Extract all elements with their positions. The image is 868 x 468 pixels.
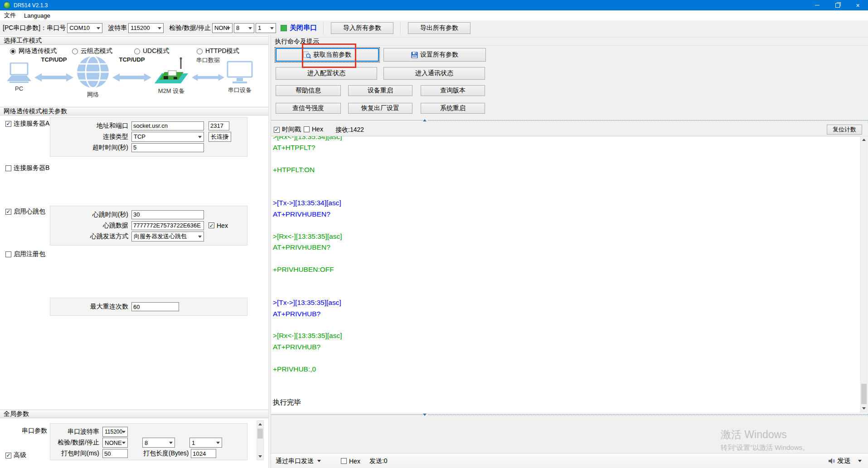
chevron-down-icon[interactable] <box>317 460 321 462</box>
scrollbar-thumb[interactable] <box>861 384 867 404</box>
right-panel: 执行命令及提示 获取当前参数 设置所有参数 进入配置状态 进入通讯状态 <box>271 35 868 468</box>
link3-label: 串口数据 <box>196 56 220 64</box>
menu-language[interactable]: Language <box>20 10 54 20</box>
reconnect-input[interactable] <box>131 302 179 311</box>
register-packet-label: 启用注册包 <box>14 250 45 258</box>
close-button[interactable]: × <box>848 0 868 10</box>
query-signal-button[interactable]: 查信号强度 <box>276 103 341 114</box>
set-all-params-button[interactable]: 设置所有参数 <box>383 48 486 62</box>
horizontal-splitter-top[interactable] <box>271 119 868 122</box>
collapse-up-icon[interactable] <box>423 119 427 121</box>
factory-reset-button[interactable]: 恢复出厂设置 <box>348 103 412 114</box>
menu-file[interactable]: 文件 <box>0 10 20 20</box>
advanced-checkbox[interactable]: 高级 <box>5 451 26 459</box>
heartbeat-hex-checkbox[interactable]: Hex <box>209 222 228 229</box>
heartbeat-time-label: 心跳时间(秒) <box>50 211 128 219</box>
menu-bar: 文件 Language <box>0 10 868 21</box>
global-parity-select[interactable]: NONE <box>102 438 128 448</box>
log-area[interactable]: >[Rx<-][13:35:34][asc]AT+HTPFLT? +HTPFLT… <box>271 136 868 413</box>
scroll-down-icon[interactable] <box>861 405 867 412</box>
radio-udc-mode[interactable]: UDC模式 <box>134 47 169 55</box>
global-databits-value: 8 <box>145 439 148 446</box>
collapse-down-icon[interactable] <box>423 414 427 416</box>
heartbeat-mode-label: 心跳发送方式 <box>50 232 128 241</box>
global-stopbits-select[interactable]: 1 <box>189 438 222 448</box>
log-line <box>273 253 859 264</box>
left-panel-scrollbar[interactable] <box>257 420 264 460</box>
register-packet-checkbox[interactable]: 启用注册包 <box>5 250 45 258</box>
enter-config-state-button[interactable]: 进入配置状态 <box>276 67 377 80</box>
chevron-down-icon <box>122 431 126 433</box>
radio-httpd-mode[interactable]: HTTPD模式 <box>197 47 239 55</box>
log-line <box>273 176 859 187</box>
heartbeat-time-input[interactable] <box>131 210 204 219</box>
reset-count-button[interactable]: 复位计数 <box>827 125 862 135</box>
restore-button[interactable] <box>827 0 848 10</box>
timestamp-checkbox[interactable]: 时间戳 <box>274 125 301 134</box>
baud-select[interactable]: 115200 <box>128 23 164 33</box>
heartbeat-checkbox[interactable]: 启用心跳包 <box>5 207 45 216</box>
checkbox-icon <box>5 165 11 171</box>
heartbeat-label: 启用心跳包 <box>14 207 45 216</box>
conn-type-label: 连接类型 <box>50 133 128 141</box>
window-title: DR514 V2.1.3 <box>14 2 48 9</box>
pack-time-input[interactable] <box>102 449 128 458</box>
help-info-button[interactable]: 帮助信息 <box>276 85 341 96</box>
system-restart-button[interactable]: 系统重启 <box>421 103 485 114</box>
global-baud-select[interactable]: 115200 <box>102 427 128 437</box>
log-line <box>273 319 859 330</box>
radio-cloud-mode[interactable]: 云组态模式 <box>72 47 112 55</box>
send-hex-checkbox[interactable]: Hex <box>341 458 360 465</box>
chevron-down-icon <box>122 442 126 444</box>
conn-type-select[interactable]: TCP <box>131 132 204 142</box>
send-via-select[interactable]: 通过串口发送 <box>276 457 314 465</box>
serial-params-label: 串口参数 <box>22 427 47 435</box>
timeout-input[interactable] <box>131 143 204 152</box>
checkbox-icon <box>5 453 11 458</box>
splitter-dots <box>428 120 868 121</box>
databits-select[interactable]: 8 <box>234 23 254 33</box>
device-restart-button[interactable]: 设备重启 <box>348 85 412 96</box>
diagram-link1: TCP/UDP <box>34 55 74 82</box>
toolbar-separator <box>400 22 401 34</box>
scroll-up-icon[interactable] <box>861 136 867 143</box>
log-scrollbar[interactable] <box>860 136 868 412</box>
scroll-down-icon[interactable] <box>257 453 263 460</box>
chevron-down-icon <box>198 236 202 238</box>
close-port-link[interactable]: 关闭串口 <box>290 24 317 32</box>
app-icon <box>4 2 10 9</box>
keepalive-select[interactable]: 长连接 <box>209 132 231 142</box>
log-hex-checkbox[interactable]: Hex <box>304 125 323 133</box>
enter-comm-state-button[interactable]: 进入通讯状态 <box>383 67 485 80</box>
heartbeat-mode-select[interactable]: 向服务器发送心跳包 <box>131 232 204 241</box>
parity-select[interactable]: NONI <box>212 23 233 33</box>
scrollbar-thumb[interactable] <box>257 429 263 439</box>
log-hex-label: Hex <box>312 125 323 133</box>
chevron-down-icon <box>216 442 220 444</box>
stopbits-select[interactable]: 1 <box>256 23 276 33</box>
server-a-port-input[interactable] <box>209 121 229 130</box>
export-params-button[interactable]: 导出所有参数 <box>408 22 470 34</box>
query-version-button[interactable]: 查询版本 <box>421 85 485 96</box>
heartbeat-data-input[interactable] <box>131 221 204 230</box>
chevron-down-icon[interactable] <box>858 460 862 462</box>
horizontal-splitter-bottom[interactable] <box>271 413 868 416</box>
send-button[interactable]: 发送 <box>837 457 851 465</box>
scroll-up-icon[interactable] <box>257 421 263 428</box>
server-a-checkbox[interactable]: 连接服务器A <box>5 120 49 128</box>
server-b-checkbox[interactable]: 连接服务器B <box>5 164 49 172</box>
reconnect-box: 最大重连次数 <box>50 298 247 316</box>
server-a-address-input[interactable] <box>131 121 204 130</box>
watermark-line2: 转到“设置”以激活 Windows。 <box>721 444 809 452</box>
global-databits-select[interactable]: 8 <box>142 438 175 448</box>
chevron-down-icon <box>198 136 202 138</box>
import-params-button[interactable]: 导入所有参数 <box>331 22 393 34</box>
radio-label: 云组态模式 <box>81 47 112 55</box>
pack-len-input[interactable] <box>191 449 216 458</box>
baud-value: 115200 <box>131 24 150 31</box>
toolbar-separator <box>323 22 324 34</box>
radio-net-passthrough[interactable]: 网络透传模式 <box>10 47 57 55</box>
enter-comm-state-label: 进入通讯状态 <box>415 69 453 77</box>
com-port-select[interactable]: COM10 <box>67 23 102 33</box>
minimize-button[interactable] <box>807 0 827 10</box>
